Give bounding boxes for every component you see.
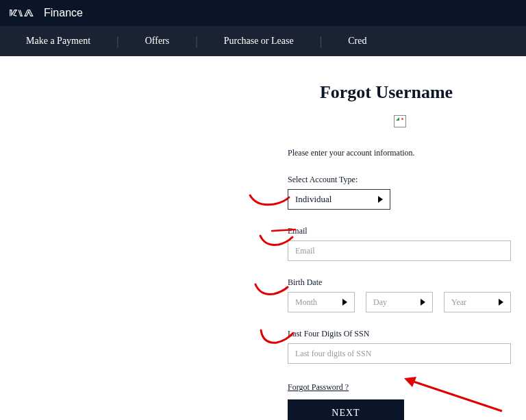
birth-month-select[interactable]: Month bbox=[288, 292, 355, 312]
next-button[interactable]: NEXT bbox=[288, 399, 404, 420]
month-placeholder: Month bbox=[295, 297, 317, 308]
ssn-label: Last Four Digits Of SSN bbox=[288, 329, 514, 339]
brand-text: Finance bbox=[44, 7, 83, 19]
account-type-label: Select Account Type: bbox=[288, 175, 514, 185]
main-nav: Make a Payment | Offers | Purchase or Le… bbox=[0, 26, 526, 56]
account-type-value: Individual bbox=[295, 194, 331, 205]
email-label: Email bbox=[288, 226, 514, 236]
page-title: Forgot Username bbox=[247, 82, 526, 103]
nav-offers[interactable]: Offers bbox=[119, 36, 196, 47]
nav-purchase-lease[interactable]: Purchase or Lease bbox=[198, 36, 320, 47]
email-field[interactable]: Email bbox=[288, 240, 511, 261]
birth-day-select[interactable]: Day bbox=[366, 292, 433, 312]
ssn-field[interactable]: Last four digits of SSN bbox=[288, 343, 511, 364]
broken-image-icon bbox=[394, 115, 406, 127]
nav-make-payment[interactable]: Make a Payment bbox=[0, 36, 116, 47]
birth-date-row: Month Day Year bbox=[288, 292, 514, 312]
birth-date-label: Birth Date bbox=[288, 277, 514, 288]
chevron-right-icon bbox=[342, 299, 347, 306]
nav-credit[interactable]: Cred bbox=[322, 36, 366, 47]
day-placeholder: Day bbox=[373, 297, 387, 308]
forgot-password-link[interactable]: Forgot Password ? bbox=[288, 382, 349, 393]
email-placeholder: Email bbox=[295, 246, 315, 256]
chevron-right-icon bbox=[499, 299, 503, 306]
year-placeholder: Year bbox=[451, 297, 466, 308]
intro-text: Please enter your account information. bbox=[288, 148, 514, 158]
chevron-right-icon bbox=[378, 196, 383, 203]
kia-logo-icon bbox=[10, 8, 40, 18]
chevron-right-icon bbox=[421, 299, 425, 306]
forgot-username-form: Please enter your account information. S… bbox=[288, 148, 514, 420]
birth-year-select[interactable]: Year bbox=[444, 292, 511, 312]
ssn-placeholder: Last four digits of SSN bbox=[295, 349, 371, 359]
account-type-select[interactable]: Individual bbox=[288, 189, 390, 210]
content-area: Forgot Username Please enter your accoun… bbox=[0, 56, 526, 420]
header-bar: Finance bbox=[0, 0, 526, 26]
brand-logo[interactable]: Finance bbox=[10, 7, 83, 19]
